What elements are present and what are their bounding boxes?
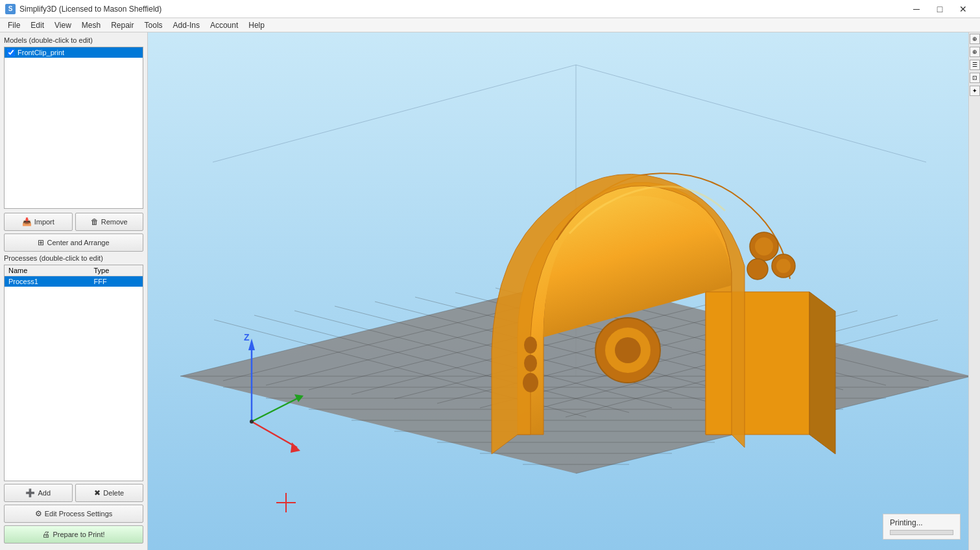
- close-button[interactable]: ✕: [951, 0, 975, 18]
- left-panel: Models (double-click to edit) FrontClip_…: [0, 32, 148, 550]
- tool-btn-2[interactable]: ⊕: [970, 47, 980, 57]
- col-name: Name: [5, 265, 90, 276]
- model-item[interactable]: FrontClip_print: [5, 47, 143, 58]
- menu-item-file[interactable]: File: [3, 19, 25, 31]
- delete-button[interactable]: ✖ Delete: [75, 484, 144, 502]
- tool-btn-1[interactable]: ⊕: [970, 34, 980, 44]
- add-icon: ➕: [25, 488, 35, 497]
- add-delete-row: ➕ Add ✖ Delete: [4, 484, 143, 502]
- main-layout: Models (double-click to edit) FrontClip_…: [0, 32, 980, 550]
- center-arrange-button[interactable]: ⊞ Center and Arrange: [4, 233, 143, 252]
- col-type: Type: [90, 265, 143, 276]
- menu-item-help[interactable]: Help: [243, 19, 270, 31]
- remove-button[interactable]: 🗑 Remove: [75, 213, 144, 231]
- svg-text:Z: Z: [244, 332, 250, 342]
- edit-process-settings-button[interactable]: ⚙ Edit Process Settings: [4, 505, 143, 523]
- svg-point-41: [776, 259, 791, 273]
- processes-section: Processes (double-click to edit) Name Ty…: [4, 254, 143, 546]
- process-row[interactable]: Process1FFF: [5, 276, 143, 287]
- menu-item-account[interactable]: Account: [205, 19, 243, 31]
- add-button[interactable]: ➕ Add: [4, 484, 73, 502]
- model-checkbox[interactable]: [7, 49, 15, 56]
- viewport[interactable]: Z ⊕ ⊕ ☰ ⊡ ✦ Printing...: [148, 32, 980, 550]
- right-tools: ⊕ ⊕ ☰ ⊡ ✦: [968, 32, 980, 550]
- title-bar-left: S Simplify3D (Licensed to Mason Sheffiel…: [5, 4, 161, 14]
- import-button[interactable]: 📥 Import: [4, 213, 73, 231]
- svg-point-43: [523, 373, 538, 392]
- import-remove-row: 📥 Import 🗑 Remove: [4, 213, 143, 231]
- svg-point-53: [250, 420, 254, 424]
- svg-point-37: [615, 337, 641, 363]
- maximize-button[interactable]: □: [928, 0, 951, 18]
- window-controls: ─ □ ✕: [905, 0, 975, 18]
- prepare-to-print-button[interactable]: 🖨 Prepare to Print!: [4, 525, 143, 544]
- tool-btn-4[interactable]: ⊡: [970, 73, 980, 83]
- process-name-cell: Process1: [5, 276, 90, 287]
- delete-icon: ✖: [94, 488, 101, 497]
- menu-item-tools[interactable]: Tools: [139, 19, 168, 31]
- svg-point-44: [524, 355, 537, 372]
- model-name: FrontClip_print: [18, 49, 64, 56]
- svg-point-45: [524, 337, 537, 353]
- title-text: Simplify3D (Licensed to Mason Sheffield): [19, 5, 161, 14]
- menu-item-add-ins[interactable]: Add-Ins: [168, 19, 205, 31]
- center-icon: ⊞: [38, 238, 44, 247]
- app-icon: S: [5, 4, 16, 14]
- models-list[interactable]: FrontClip_print: [4, 47, 143, 209]
- processes-section-label: Processes (double-click to edit): [4, 254, 143, 262]
- svg-point-42: [747, 259, 768, 280]
- tool-btn-5[interactable]: ✦: [970, 86, 980, 96]
- svg-point-39: [755, 237, 773, 256]
- process-type-cell: FFF: [90, 276, 143, 287]
- printing-label: Printing...: [890, 518, 953, 527]
- viewport-svg: Z: [148, 32, 980, 550]
- menu-bar: FileEditViewMeshRepairToolsAdd-InsAccoun…: [0, 18, 980, 32]
- edit-settings-icon: ⚙: [35, 509, 42, 518]
- import-icon: 📥: [22, 217, 32, 226]
- tool-btn-3[interactable]: ☰: [970, 60, 980, 70]
- menu-item-edit[interactable]: Edit: [25, 19, 49, 31]
- processes-table-container[interactable]: Name Type Process1FFF: [4, 265, 143, 481]
- models-section-label: Models (double-click to edit): [4, 36, 143, 44]
- menu-item-view[interactable]: View: [49, 19, 77, 31]
- progress-bar-container: [890, 530, 953, 535]
- menu-item-repair[interactable]: Repair: [106, 19, 139, 31]
- menu-item-mesh[interactable]: Mesh: [77, 19, 106, 31]
- processes-table: Name Type Process1FFF: [5, 265, 143, 287]
- title-bar: S Simplify3D (Licensed to Mason Sheffiel…: [0, 0, 980, 18]
- remove-icon: 🗑: [91, 217, 99, 226]
- prepare-print-icon: 🖨: [42, 530, 50, 539]
- printing-status: Printing...: [883, 514, 961, 540]
- minimize-button[interactable]: ─: [905, 0, 928, 18]
- processes-tbody: Process1FFF: [5, 276, 143, 287]
